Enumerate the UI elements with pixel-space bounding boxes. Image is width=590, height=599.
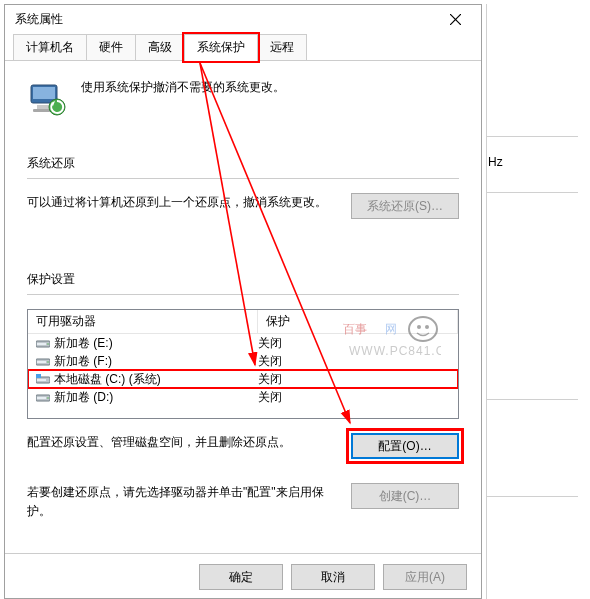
tab-system-protection[interactable]: 系统保护 bbox=[184, 34, 258, 61]
drive-name: 新加卷 (F:) bbox=[52, 353, 258, 370]
table-row[interactable]: 新加卷 (E:) 关闭 bbox=[28, 334, 458, 352]
drive-status: 关闭 bbox=[258, 353, 452, 370]
system-drive-icon bbox=[34, 374, 52, 385]
svg-rect-9 bbox=[37, 343, 46, 345]
system-restore-button[interactable]: 系统还原(S)… bbox=[351, 193, 459, 219]
intro-text: 使用系统保护撤消不需要的系统更改。 bbox=[81, 79, 285, 96]
intro-row: 使用系统保护撤消不需要的系统更改。 bbox=[27, 79, 459, 119]
drive-name: 新加卷 (D:) bbox=[52, 389, 258, 406]
tab-computer-name[interactable]: 计算机名 bbox=[13, 34, 87, 60]
configure-button[interactable]: 配置(O)… bbox=[351, 433, 459, 459]
tab-advanced[interactable]: 高级 bbox=[135, 34, 185, 60]
drive-status: 关闭 bbox=[258, 371, 452, 388]
cancel-button[interactable]: 取消 bbox=[291, 564, 375, 590]
apply-button[interactable]: 应用(A) bbox=[383, 564, 467, 590]
drive-table[interactable]: 可用驱动器 保护 新加卷 (E:) 关闭 新加卷 (F:) 关闭 本地磁盘 (C… bbox=[27, 309, 459, 419]
svg-rect-18 bbox=[37, 397, 46, 399]
drive-name: 新加卷 (E:) bbox=[52, 335, 258, 352]
create-description: 若要创建还原点，请先选择驱动器并单击"配置"来启用保护。 bbox=[27, 483, 337, 521]
tab-content: 使用系统保护撤消不需要的系统更改。 系统还原 可以通过将计算机还原到上一个还原点… bbox=[5, 61, 481, 553]
svg-point-13 bbox=[47, 361, 49, 363]
background-text: Hz bbox=[488, 155, 503, 169]
titlebar: 系统属性 bbox=[5, 5, 481, 33]
system-properties-dialog: 系统属性 计算机名 硬件 高级 系统保护 远程 使用系统 bbox=[4, 4, 482, 599]
svg-rect-12 bbox=[37, 361, 46, 363]
drive-status: 关闭 bbox=[258, 335, 452, 352]
restore-description: 可以通过将计算机还原到上一个还原点，撤消系统更改。 bbox=[27, 193, 337, 212]
table-row[interactable]: 新加卷 (D:) 关闭 bbox=[28, 388, 458, 406]
svg-rect-16 bbox=[36, 374, 41, 378]
table-header: 可用驱动器 保护 bbox=[28, 310, 458, 334]
window-title: 系统属性 bbox=[15, 11, 63, 28]
hdd-icon bbox=[34, 392, 52, 403]
tab-remote[interactable]: 远程 bbox=[257, 34, 307, 60]
close-button[interactable] bbox=[433, 5, 477, 33]
system-protection-icon bbox=[27, 79, 67, 119]
hdd-icon bbox=[34, 356, 52, 367]
tab-strip: 计算机名 硬件 高级 系统保护 远程 bbox=[5, 33, 481, 61]
background-panel bbox=[486, 4, 586, 599]
section-protection-heading: 保护设置 bbox=[27, 271, 459, 288]
tab-hardware[interactable]: 硬件 bbox=[86, 34, 136, 60]
col-drive: 可用驱动器 bbox=[28, 310, 258, 333]
drive-name: 本地磁盘 (C:) (系统) bbox=[52, 371, 258, 388]
svg-point-10 bbox=[47, 343, 49, 345]
dialog-footer: 确定 取消 应用(A) bbox=[5, 553, 481, 599]
col-status: 保护 bbox=[258, 310, 458, 333]
divider bbox=[27, 294, 459, 295]
svg-rect-3 bbox=[33, 87, 55, 99]
table-row-selected[interactable]: 本地磁盘 (C:) (系统) 关闭 bbox=[28, 370, 458, 388]
ok-button[interactable]: 确定 bbox=[199, 564, 283, 590]
close-icon bbox=[450, 14, 461, 25]
svg-rect-15 bbox=[37, 379, 46, 381]
divider bbox=[27, 178, 459, 179]
hdd-icon bbox=[34, 338, 52, 349]
drive-status: 关闭 bbox=[258, 389, 452, 406]
configure-description: 配置还原设置、管理磁盘空间，并且删除还原点。 bbox=[27, 433, 337, 452]
table-row[interactable]: 新加卷 (F:) 关闭 bbox=[28, 352, 458, 370]
svg-point-19 bbox=[47, 397, 49, 399]
create-button[interactable]: 创建(C)… bbox=[351, 483, 459, 509]
section-restore-heading: 系统还原 bbox=[27, 155, 459, 172]
